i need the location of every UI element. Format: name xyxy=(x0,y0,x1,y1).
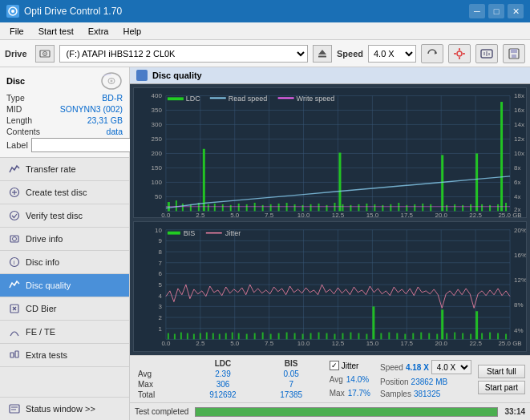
menu-help[interactable]: Help xyxy=(116,25,148,38)
contents-value: data xyxy=(107,127,123,136)
nav-disc-info-label: Disc info xyxy=(26,257,59,267)
svg-rect-138 xyxy=(481,204,483,212)
nav-transfer-rate[interactable]: Transfer rate xyxy=(0,158,129,181)
avg-ldc: 2.39 xyxy=(186,369,259,379)
save-button[interactable] xyxy=(503,44,525,63)
settings-button2[interactable] xyxy=(475,44,498,63)
speed-dropdown[interactable]: 4.0 X 2.0 X 1.0 X xyxy=(431,360,471,374)
svg-text:Write speed: Write speed xyxy=(297,95,335,103)
svg-rect-141 xyxy=(505,203,507,211)
svg-rect-238 xyxy=(475,311,478,339)
nav-verify-test-disc[interactable]: Verify test disc xyxy=(0,204,129,228)
sidebar: Disc Type BD-R MID SONYNN3 (002) Length xyxy=(0,67,130,420)
svg-text:10.0: 10.0 xyxy=(297,340,310,347)
speed-select[interactable]: 4.0 X 2.0 X 1.0 X xyxy=(368,45,416,63)
progress-bar-outer xyxy=(195,407,498,417)
menu-start-test[interactable]: Start test xyxy=(32,25,80,38)
svg-rect-204 xyxy=(219,334,220,340)
svg-text:2: 2 xyxy=(158,314,161,321)
svg-rect-131 xyxy=(430,204,431,212)
nav-disc-quality[interactable]: Disc quality xyxy=(0,274,129,297)
total-bis: 17385 xyxy=(260,390,323,400)
svg-text:17.5: 17.5 xyxy=(401,340,414,347)
nav-transfer-rate-label: Transfer rate xyxy=(26,164,76,174)
svg-point-22 xyxy=(111,80,113,83)
avg-label: Avg xyxy=(135,369,186,379)
type-value: BD-R xyxy=(102,93,123,103)
disc-quality-header: Disc quality xyxy=(130,67,530,84)
svg-rect-166 xyxy=(168,232,180,235)
nav-drive-info[interactable]: Drive info xyxy=(0,228,129,251)
svg-text:10: 10 xyxy=(155,227,162,234)
svg-rect-117 xyxy=(326,205,328,212)
svg-rect-201 xyxy=(200,333,201,340)
svg-rect-241 xyxy=(497,333,499,340)
svg-rect-38 xyxy=(10,405,19,413)
svg-text:6x: 6x xyxy=(514,179,521,186)
nav-fe-te[interactable]: FE / TE xyxy=(0,321,129,344)
menu-file[interactable]: File xyxy=(3,25,30,38)
svg-text:300: 300 xyxy=(152,121,163,128)
nav-create-test-disc[interactable]: Create test disc xyxy=(0,181,129,204)
charts-area: LDC Read speed Write speed 400 350 300 2… xyxy=(130,84,530,355)
close-button[interactable]: ✕ xyxy=(508,4,524,18)
minimize-button[interactable]: ─ xyxy=(469,4,485,18)
jitter-section: ✓ Jitter xyxy=(330,361,370,370)
svg-rect-102 xyxy=(208,204,209,212)
drive-icon-btn xyxy=(35,45,55,63)
svg-text:25.0 GB: 25.0 GB xyxy=(498,340,521,347)
svg-rect-6 xyxy=(318,55,326,57)
start-part-button[interactable]: Start part xyxy=(478,381,525,394)
nav-status-window[interactable]: Status window >> xyxy=(0,397,129,420)
settings-button1[interactable] xyxy=(448,44,471,63)
svg-text:16x: 16x xyxy=(514,107,524,114)
svg-rect-219 xyxy=(326,333,328,340)
svg-rect-97 xyxy=(176,200,177,211)
nav-drive-info-label: Drive info xyxy=(26,234,63,244)
label-input[interactable] xyxy=(31,138,138,152)
drive-select[interactable]: (F:) ATAPI iHBS112 2 CL0K xyxy=(59,45,308,63)
svg-rect-197 xyxy=(174,334,176,340)
svg-rect-225 xyxy=(380,333,382,340)
svg-point-1 xyxy=(11,10,14,13)
avg-bis: 0.05 xyxy=(260,369,323,379)
disc-quality-header-icon xyxy=(136,70,148,81)
svg-rect-198 xyxy=(180,333,182,340)
svg-rect-36 xyxy=(10,353,14,357)
maximize-button[interactable]: □ xyxy=(488,4,504,18)
progress-bar-inner xyxy=(196,408,497,416)
svg-rect-134 xyxy=(454,204,455,212)
menu-extra[interactable]: Extra xyxy=(82,25,115,38)
svg-rect-235 xyxy=(454,333,455,340)
type-label: Type xyxy=(6,93,25,103)
eject-button[interactable] xyxy=(313,45,332,63)
svg-rect-103 xyxy=(214,204,216,211)
nav-extra-tests[interactable]: Extra tests xyxy=(0,344,129,367)
svg-text:22.5: 22.5 xyxy=(469,340,482,347)
svg-rect-233 xyxy=(441,309,443,339)
svg-text:50: 50 xyxy=(155,193,163,200)
stats-bar: LDC BIS Avg 2.39 0.05 Max 306 7 Total xyxy=(130,355,530,402)
svg-rect-122 xyxy=(358,204,359,212)
svg-text:20.0: 20.0 xyxy=(435,340,447,347)
svg-rect-209 xyxy=(246,334,248,340)
jitter-checkbox[interactable]: ✓ xyxy=(330,361,339,370)
disc-icon xyxy=(100,72,123,90)
main-layout: Disc Type BD-R MID SONYNN3 (002) Length xyxy=(0,67,530,420)
svg-rect-108 xyxy=(254,203,256,211)
speed-value: 4.18 X xyxy=(406,363,429,372)
svg-rect-114 xyxy=(302,205,304,212)
nav-cd-bier[interactable]: CD Bier xyxy=(0,297,129,321)
refresh-button[interactable] xyxy=(421,44,443,63)
svg-rect-105 xyxy=(230,205,232,212)
svg-text:0.0: 0.0 xyxy=(161,212,171,217)
nav-disc-info[interactable]: i Disc info xyxy=(0,251,129,274)
svg-rect-221 xyxy=(342,333,343,340)
svg-text:250: 250 xyxy=(152,135,163,143)
max-jitter-val: 17.7% xyxy=(348,389,370,398)
svg-rect-116 xyxy=(318,204,320,211)
svg-rect-140 xyxy=(497,204,499,212)
start-full-button[interactable]: Start full xyxy=(478,365,525,378)
svg-rect-240 xyxy=(489,333,491,340)
svg-rect-10 xyxy=(459,57,460,59)
